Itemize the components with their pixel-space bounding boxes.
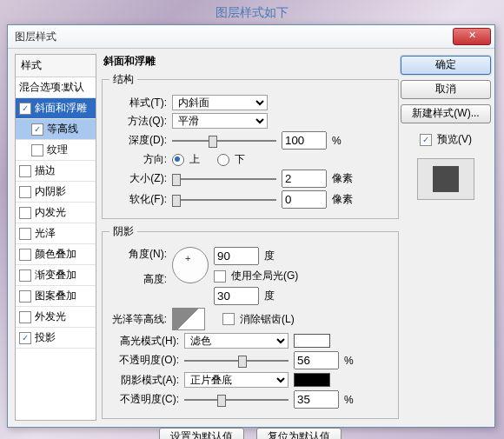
style-checkbox[interactable]	[19, 165, 31, 177]
shadow-opacity-slider[interactable]	[184, 393, 288, 407]
style-item[interactable]: 内阴影	[16, 182, 96, 203]
style-label: 图案叠加	[35, 289, 76, 303]
soften-input[interactable]	[282, 190, 327, 209]
style-select[interactable]: 内斜面	[172, 95, 268, 110]
ok-button[interactable]: 确定	[401, 56, 491, 75]
style-item[interactable]: 光泽	[16, 223, 96, 244]
altitude-input[interactable]	[214, 287, 259, 305]
make-default-button[interactable]: 设置为默认值	[159, 428, 244, 439]
style-item[interactable]: 描边	[16, 161, 96, 182]
style-label: 投影	[35, 330, 56, 345]
style-item[interactable]: 渐变叠加	[16, 265, 96, 286]
highlight-opacity-label: 不透明度(O):	[109, 353, 179, 368]
new-style-button[interactable]: 新建样式(W)...	[401, 104, 491, 123]
style-item[interactable]: 投影	[16, 328, 96, 349]
angle-unit: 度	[264, 249, 275, 263]
highlight-opacity-slider[interactable]	[184, 354, 288, 368]
soften-label: 软化(F):	[109, 192, 167, 207]
technique-select[interactable]: 平滑	[172, 113, 268, 129]
action-column: 确定 取消 新建样式(W)... 预览(V)	[404, 54, 487, 421]
highlight-mode-select[interactable]: 滤色	[184, 333, 288, 349]
preview-label: 预览(V)	[437, 132, 472, 147]
style-item[interactable]: 内发光	[16, 203, 96, 223]
shadow-color-swatch[interactable]	[294, 373, 330, 387]
preview-swatch	[417, 158, 474, 200]
soften-unit: 像素	[332, 192, 353, 207]
cancel-button[interactable]: 取消	[401, 80, 491, 99]
shadow-mode-select[interactable]: 正片叠底	[184, 372, 288, 388]
preview-swatch-inner	[433, 166, 459, 192]
shadow-opacity-unit: %	[344, 394, 354, 406]
direction-down-radio[interactable]	[217, 154, 229, 166]
style-checkbox[interactable]	[19, 186, 31, 198]
soften-slider[interactable]	[172, 193, 276, 207]
global-light-label: 使用全局光(G)	[231, 269, 298, 283]
style-label: 颜色叠加	[35, 247, 76, 262]
shading-group: 阴影 角度(N): 高度: 度	[102, 224, 399, 419]
depth-unit: %	[332, 135, 342, 147]
style-item[interactable]: 图案叠加	[16, 286, 96, 307]
altitude-unit: 度	[264, 289, 275, 303]
dialog-title: 图层样式	[15, 30, 453, 44]
shadow-mode-label: 阴影模式(A):	[109, 373, 179, 388]
style-item[interactable]: 颜色叠加	[16, 244, 96, 265]
direction-up-radio[interactable]	[172, 154, 184, 166]
style-checkbox[interactable]	[19, 269, 31, 282]
size-input[interactable]	[282, 170, 327, 188]
style-checkbox[interactable]	[19, 207, 31, 219]
style-item[interactable]: 外发光	[16, 307, 96, 328]
style-item[interactable]: 纹理	[16, 140, 96, 161]
style-label: 斜面和浮雕	[35, 101, 87, 116]
style-checkbox[interactable]	[31, 144, 43, 156]
style-label: 等高线	[47, 122, 78, 136]
angle-input[interactable]	[214, 247, 259, 265]
depth-slider[interactable]	[172, 134, 276, 148]
panel-title: 斜面和浮雕	[102, 54, 399, 72]
antialias-checkbox[interactable]	[222, 313, 235, 325]
style-checkbox[interactable]	[19, 311, 31, 323]
style-checkbox[interactable]	[19, 103, 31, 115]
styles-header[interactable]: 样式	[16, 55, 96, 77]
depth-input[interactable]	[282, 131, 327, 150]
caption-text: 图层样式如下	[0, 0, 504, 21]
highlight-color-swatch[interactable]	[294, 334, 330, 348]
style-checkbox[interactable]	[19, 290, 31, 303]
style-label: 描边	[35, 163, 56, 178]
gloss-contour-label: 光泽等高线:	[109, 312, 167, 327]
close-button[interactable]: ✕	[453, 28, 491, 45]
style-checkbox[interactable]	[19, 249, 31, 261]
layer-style-dialog: 图层样式 ✕ 样式 混合选项:默认 斜面和浮雕等高线纹理描边内阴影内发光光泽颜色…	[7, 24, 495, 428]
structure-legend: 结构	[109, 72, 137, 87]
blend-options[interactable]: 混合选项:默认	[16, 77, 96, 98]
style-label: 光泽	[35, 226, 56, 241]
shading-legend: 阴影	[109, 224, 137, 239]
style-item[interactable]: 斜面和浮雕	[16, 98, 96, 119]
style-label: 外发光	[35, 309, 66, 324]
highlight-opacity-unit: %	[344, 355, 354, 367]
gloss-contour-picker[interactable]	[172, 308, 205, 330]
global-light-checkbox[interactable]	[214, 270, 226, 283]
direction-label: 方向:	[109, 152, 167, 167]
size-label: 大小(Z):	[109, 171, 167, 186]
style-label: 内发光	[35, 205, 66, 220]
shadow-opacity-label: 不透明度(C):	[109, 392, 179, 407]
titlebar: 图层样式 ✕	[8, 25, 494, 49]
style-item[interactable]: 等高线	[16, 119, 96, 140]
style-checkbox[interactable]	[31, 123, 43, 136]
depth-label: 深度(D):	[109, 133, 167, 148]
style-label: 内阴影	[35, 184, 66, 199]
reset-default-button[interactable]: 复位为默认值	[256, 428, 342, 439]
angle-label: 角度(N):	[109, 247, 167, 262]
preview-checkbox[interactable]	[420, 134, 432, 146]
angle-control[interactable]	[172, 247, 209, 283]
highlight-opacity-input[interactable]	[294, 351, 339, 369]
style-checkbox[interactable]	[19, 332, 31, 344]
settings-panel: 斜面和浮雕 结构 样式(T): 内斜面 方法(Q): 平滑 深度(D):	[102, 54, 399, 421]
styles-list: 样式 混合选项:默认 斜面和浮雕等高线纹理描边内阴影内发光光泽颜色叠加渐变叠加图…	[15, 54, 96, 421]
style-label: 渐变叠加	[35, 268, 76, 283]
shadow-opacity-input[interactable]	[294, 390, 339, 409]
size-slider[interactable]	[172, 172, 276, 186]
structure-group: 结构 样式(T): 内斜面 方法(Q): 平滑 深度(D):	[102, 72, 399, 219]
style-checkbox[interactable]	[19, 228, 31, 240]
style-label: 纹理	[47, 143, 68, 157]
